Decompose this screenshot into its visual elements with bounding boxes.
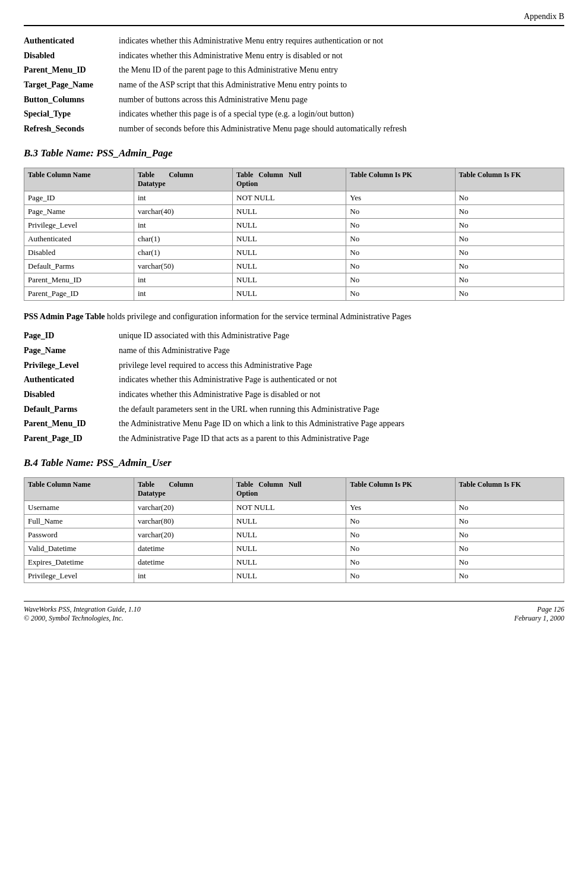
table-cell: No	[346, 528, 455, 541]
b3-table-body: Page_IDintNOT NULLYesNoPage_Namevarchar(…	[24, 191, 564, 300]
table-cell: NOT NULL	[233, 191, 346, 204]
footer-left: WaveWorks PSS, Integration Guide, 1.10 ©…	[24, 605, 141, 623]
field-desc-disabled: indicates whether this Administrative Me…	[119, 49, 564, 62]
table-cell: char(1)	[134, 232, 232, 245]
table-cell: No	[346, 541, 455, 555]
b3-fn-page-id: Page_ID	[24, 329, 119, 342]
table-cell: No	[455, 232, 564, 245]
table-cell: No	[346, 204, 455, 218]
table-cell: No	[455, 218, 564, 232]
table-cell: No	[455, 500, 564, 514]
table-cell: Page_Name	[24, 204, 134, 218]
b3-fn-default-parms: Default_Parms	[24, 403, 119, 416]
table-cell: NULL	[233, 204, 346, 218]
table-row: Valid_DatetimedatetimeNULLNoNo	[24, 541, 564, 555]
table-cell: Page_ID	[24, 191, 134, 204]
appendix-title: Appendix B	[524, 12, 564, 21]
field-name-special-type: Special_Type	[24, 108, 119, 121]
b3-fn-parent-page-id: Parent_Page_ID	[24, 432, 119, 445]
field-parent-menu-id: Parent_Menu_ID the Menu ID of the parent…	[24, 64, 564, 77]
intro-field-list: Authenticated indicates whether this Adm…	[24, 34, 564, 136]
b3-field-parent-page-id: Parent_Page_ID the Administrative Page I…	[24, 432, 564, 445]
field-target-page-name: Target_Page_Name name of the ASP script …	[24, 78, 564, 92]
table-row: Parent_Menu_IDintNULLNoNo	[24, 273, 564, 286]
table-cell: int	[134, 569, 232, 582]
field-button-columns: Button_Columns number of buttons across …	[24, 93, 564, 106]
table-row: Parent_Page_IDintNULLNoNo	[24, 286, 564, 300]
table-cell: Yes	[346, 500, 455, 514]
table-cell: Disabled	[24, 245, 134, 259]
b3-fn-parent-menu-id: Parent_Menu_ID	[24, 417, 119, 430]
table-cell: NULL	[233, 555, 346, 569]
table-cell: NULL	[233, 514, 346, 528]
b3-fn-page-name: Page_Name	[24, 344, 119, 357]
footer-page: Page 126	[514, 605, 564, 614]
table-cell: Password	[24, 528, 134, 541]
table-cell: No	[346, 286, 455, 300]
table-cell: NULL	[233, 528, 346, 541]
field-desc-target-page-name: name of the ASP script that this Adminis…	[119, 78, 564, 92]
table-cell: NULL	[233, 541, 346, 555]
table-cell: NULL	[233, 273, 346, 286]
table-cell: datetime	[134, 541, 232, 555]
section-b3-heading: B.3 Table Name: PSS_Admin_Page	[24, 147, 564, 159]
field-desc-authenticated: indicates whether this Administrative Me…	[119, 34, 564, 48]
b3-col-name: Table Column Name	[24, 168, 134, 191]
table-row: Privilege_LevelintNULLNoNo	[24, 569, 564, 582]
field-authenticated: Authenticated indicates whether this Adm…	[24, 34, 564, 48]
table-cell: No	[346, 569, 455, 582]
table-cell: Parent_Menu_ID	[24, 273, 134, 286]
field-name-disabled: Disabled	[24, 49, 119, 62]
b3-fd-disabled: indicates whether this Administrative Pa…	[119, 388, 564, 401]
b4-table-body: Usernamevarchar(20)NOT NULLYesNoFull_Nam…	[24, 500, 564, 582]
field-disabled: Disabled indicates whether this Administ…	[24, 49, 564, 62]
field-special-type: Special_Type indicates whether this page…	[24, 108, 564, 121]
table-cell: No	[455, 569, 564, 582]
table-cell: int	[134, 218, 232, 232]
table-cell: int	[134, 191, 232, 204]
table-cell: No	[455, 541, 564, 555]
table-row: Authenticatedchar(1)NULLNoNo	[24, 232, 564, 245]
b3-table: Table Column Name Table ColumnDatatype T…	[24, 168, 564, 301]
b4-col-null: Table Column NullOption	[233, 477, 346, 500]
table-row: Privilege_LevelintNULLNoNo	[24, 218, 564, 232]
b3-fd-authenticated: indicates whether this Administrative Pa…	[119, 373, 564, 386]
table-cell: No	[455, 191, 564, 204]
table-cell: Username	[24, 500, 134, 514]
table-row: Disabledchar(1)NULLNoNo	[24, 245, 564, 259]
page-footer: WaveWorks PSS, Integration Guide, 1.10 ©…	[24, 601, 564, 623]
b3-field-default-parms: Default_Parms the default parameters sen…	[24, 403, 564, 416]
table-row: Passwordvarchar(20)NULLNoNo	[24, 528, 564, 541]
table-cell: No	[346, 273, 455, 286]
field-desc-button-columns: number of buttons across this Administra…	[119, 93, 564, 106]
table-cell: Full_Name	[24, 514, 134, 528]
b3-fd-parent-page-id: the Administrative Page ID that acts as …	[119, 432, 564, 445]
b3-col-pk: Table Column Is PK	[346, 168, 455, 191]
b3-field-authenticated: Authenticated indicates whether this Adm…	[24, 373, 564, 386]
b3-col-fk: Table Column Is FK	[455, 168, 564, 191]
table-cell: varchar(50)	[134, 259, 232, 273]
b3-fn-authenticated: Authenticated	[24, 373, 119, 386]
b3-field-parent-menu-id: Parent_Menu_ID the Administrative Menu P…	[24, 417, 564, 430]
b3-fd-default-parms: the default parameters sent in the URL w…	[119, 403, 564, 416]
b4-col-fk: Table Column Is FK	[455, 477, 564, 500]
table-cell: No	[346, 232, 455, 245]
table-cell: datetime	[134, 555, 232, 569]
table-cell: No	[455, 259, 564, 273]
field-name-target-page-name: Target_Page_Name	[24, 78, 119, 92]
table-cell: No	[346, 555, 455, 569]
b3-table-header-row: Table Column Name Table ColumnDatatype T…	[24, 168, 564, 191]
table-cell: Privilege_Level	[24, 569, 134, 582]
table-cell: Parent_Page_ID	[24, 286, 134, 300]
table-cell: int	[134, 286, 232, 300]
table-cell: No	[455, 514, 564, 528]
table-cell: NULL	[233, 245, 346, 259]
b3-field-page-id: Page_ID unique ID associated with this A…	[24, 329, 564, 342]
b3-fd-parent-menu-id: the Administrative Menu Page ID on which…	[119, 417, 564, 430]
field-refresh-seconds: Refresh_Seconds number of seconds before…	[24, 122, 564, 136]
table-cell: No	[455, 204, 564, 218]
b3-field-disabled: Disabled indicates whether this Administ…	[24, 388, 564, 401]
b3-fn-privilege-level: Privilege_Level	[24, 359, 119, 372]
table-cell: No	[346, 514, 455, 528]
table-cell: Yes	[346, 191, 455, 204]
